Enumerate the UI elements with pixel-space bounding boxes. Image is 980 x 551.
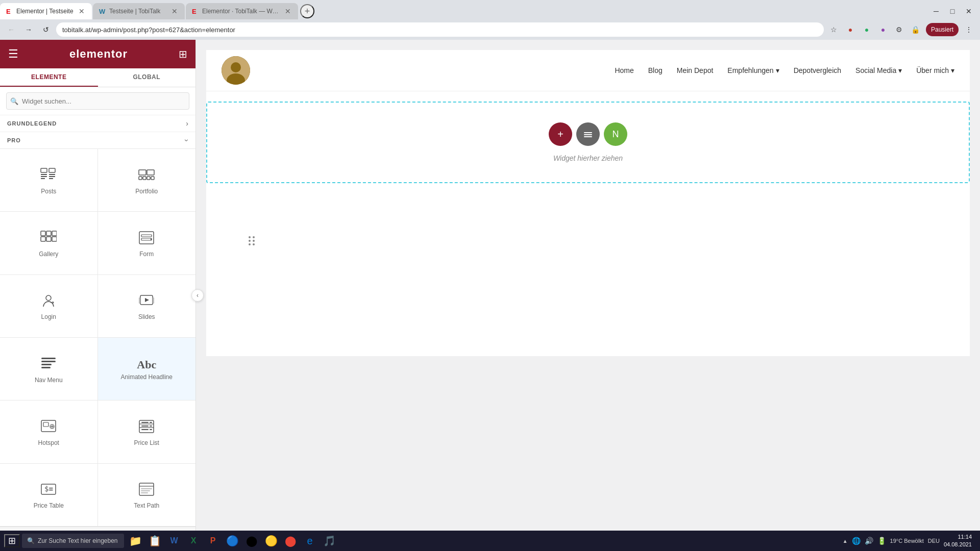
- widget-form[interactable]: Form: [98, 212, 196, 274]
- widgets-grid: Posts Portfolio: [0, 148, 195, 527]
- svg-rect-18: [46, 237, 51, 241]
- nav-link-social[interactable]: Social Media ▾: [855, 66, 902, 74]
- back-button[interactable]: ←: [4, 22, 18, 37]
- tab-close-2[interactable]: ✕: [170, 6, 179, 16]
- svg-rect-53: [141, 492, 148, 493]
- svg-point-60: [249, 236, 251, 238]
- widget-hotspot[interactable]: Hotspot: [0, 400, 98, 463]
- widget-posts[interactable]: Posts: [0, 149, 98, 212]
- widget-slides-label: Slides: [138, 313, 155, 320]
- widget-12[interactable]: Text Path: [98, 464, 196, 527]
- section-grundlegend[interactable]: GRUNDLEGEND ›: [0, 115, 195, 132]
- extension-5-icon[interactable]: 🔒: [909, 22, 923, 37]
- reload-button[interactable]: ↺: [39, 22, 53, 37]
- navigator-button[interactable]: N: [604, 122, 627, 146]
- sound-icon[interactable]: 🔊: [865, 537, 873, 545]
- widget-slides[interactable]: Slides: [98, 275, 196, 338]
- tab-tobitalk[interactable]: W Testseite | TobiTalk ✕: [93, 3, 185, 19]
- extension-1-icon[interactable]: ●: [843, 22, 857, 37]
- network-icon[interactable]: 🌐: [852, 537, 861, 545]
- tray-chevron-icon[interactable]: ▲: [843, 538, 848, 544]
- tab-close-3[interactable]: ✕: [284, 6, 292, 16]
- svg-rect-3: [41, 178, 45, 179]
- profile-button[interactable]: Pausiert: [926, 23, 959, 36]
- start-button[interactable]: ⊞: [4, 534, 20, 547]
- hamburger-icon[interactable]: ☰: [8, 47, 18, 61]
- section-grundlegend-label: GRUNDLEGEND: [7, 120, 57, 127]
- nav-link-home[interactable]: Home: [615, 66, 633, 74]
- tab-elementor-wordpress[interactable]: E Elementor · TobiTalk — WordPress... ✕: [186, 3, 298, 19]
- sidebar-tabs: ELEMENTE GLOBAL: [0, 68, 195, 87]
- drag-handle-icon[interactable]: [244, 234, 259, 251]
- svg-rect-29: [41, 358, 56, 359]
- taskbar-clock[interactable]: 11:14 04.08.2021: [944, 533, 972, 549]
- close-browser-button[interactable]: ✕: [962, 4, 976, 18]
- hotspot-icon: [40, 419, 57, 436]
- taskbar-app-5[interactable]: 🔵: [223, 532, 241, 550]
- bookmark-icon[interactable]: ☆: [827, 22, 841, 37]
- tab-elemente[interactable]: ELEMENTE: [0, 68, 98, 87]
- widget-price-list[interactable]: Price List: [98, 400, 196, 463]
- widget-login[interactable]: Login: [0, 275, 98, 338]
- taskbar-app-chrome[interactable]: ⬤: [281, 532, 300, 550]
- tab-global[interactable]: GLOBAL: [98, 68, 196, 87]
- widget-animated-headline[interactable]: Abc Animated Headline: [98, 338, 196, 400]
- nav-link-depotvergleich[interactable]: Depotvergleich: [794, 66, 841, 74]
- extension-3-icon[interactable]: ●: [876, 22, 890, 37]
- search-input[interactable]: [6, 92, 189, 110]
- forward-button[interactable]: →: [21, 22, 36, 37]
- svg-rect-13: [151, 177, 154, 180]
- nav-link-empfehlungen[interactable]: Empfehlungen ▾: [727, 66, 779, 74]
- nav-link-empfehlungen-text: Empfehlungen: [727, 66, 773, 74]
- svg-rect-11: [143, 177, 146, 180]
- taskbar-search-icon: 🔍: [27, 537, 35, 544]
- section-pro[interactable]: PRO ›: [0, 132, 195, 148]
- extension-4-icon[interactable]: ⚙: [892, 22, 906, 37]
- grid-icon[interactable]: ⊞: [179, 48, 187, 60]
- svg-rect-7: [49, 178, 53, 179]
- taskbar-app-task[interactable]: 📋: [145, 532, 164, 550]
- tab-elementor-testseite[interactable]: E Elementor | Testseite ✕: [0, 3, 92, 19]
- widget-nav-menu[interactable]: Nav Menu: [0, 338, 98, 400]
- nav-link-social-text: Social Media: [855, 66, 896, 74]
- browser-menu-button[interactable]: ⋮: [962, 22, 976, 37]
- new-tab-button[interactable]: +: [300, 4, 314, 18]
- restore-button[interactable]: □: [945, 4, 960, 18]
- taskbar-app-word[interactable]: W: [165, 532, 183, 550]
- taskbar-app-edge[interactable]: e: [301, 532, 319, 550]
- nav-link-blog[interactable]: Blog: [648, 66, 663, 74]
- taskbar-app-explorer[interactable]: 📁: [126, 532, 144, 550]
- drop-btns: + N: [549, 122, 627, 146]
- widget-12-label: Text Path: [134, 502, 159, 509]
- svg-rect-51: [141, 488, 152, 489]
- widget-posts-label: Posts: [41, 188, 56, 195]
- address-input[interactable]: [56, 22, 824, 37]
- elementor-logo: elementor: [69, 47, 128, 61]
- social-chevron-icon: ▾: [898, 66, 902, 74]
- add-widget-button[interactable]: +: [549, 122, 572, 146]
- widget-portfolio[interactable]: Portfolio: [98, 149, 196, 212]
- taskbar-app-excel[interactable]: X: [184, 532, 203, 550]
- minimize-button[interactable]: ─: [929, 4, 943, 18]
- battery-icon[interactable]: 🔋: [877, 537, 886, 545]
- tab-close-1[interactable]: ✕: [78, 6, 86, 16]
- taskbar-app-6[interactable]: ⬤: [242, 532, 261, 550]
- svg-rect-46: [150, 429, 152, 430]
- form-icon: [138, 231, 155, 247]
- taskbar-tray: ▲ 🌐 🔊 🔋 19°C Bewölkt DEU 11:14 04.08.202…: [839, 533, 976, 549]
- sidebar-collapse-button[interactable]: ‹: [191, 289, 204, 302]
- widget-11[interactable]: $≡ Price Table: [0, 464, 98, 527]
- svg-rect-32: [41, 367, 51, 368]
- taskbar-app-9[interactable]: 🎵: [320, 532, 338, 550]
- taskbar-app-ppt[interactable]: P: [204, 532, 222, 550]
- nav-link-ueber[interactable]: Über mich ▾: [916, 66, 954, 74]
- widget12-icon: [138, 482, 155, 499]
- widget-login-label: Login: [41, 313, 56, 320]
- nav-link-depot[interactable]: Mein Depot: [677, 66, 714, 74]
- taskbar-app-7[interactable]: 🟡: [262, 532, 280, 550]
- extension-2-icon[interactable]: ●: [860, 22, 874, 37]
- add-layers-button[interactable]: [576, 122, 600, 146]
- widget-gallery[interactable]: Gallery: [0, 212, 98, 274]
- widget-portfolio-label: Portfolio: [135, 188, 158, 195]
- taskbar-search[interactable]: 🔍 Zur Suche Text hier eingeben: [22, 534, 124, 548]
